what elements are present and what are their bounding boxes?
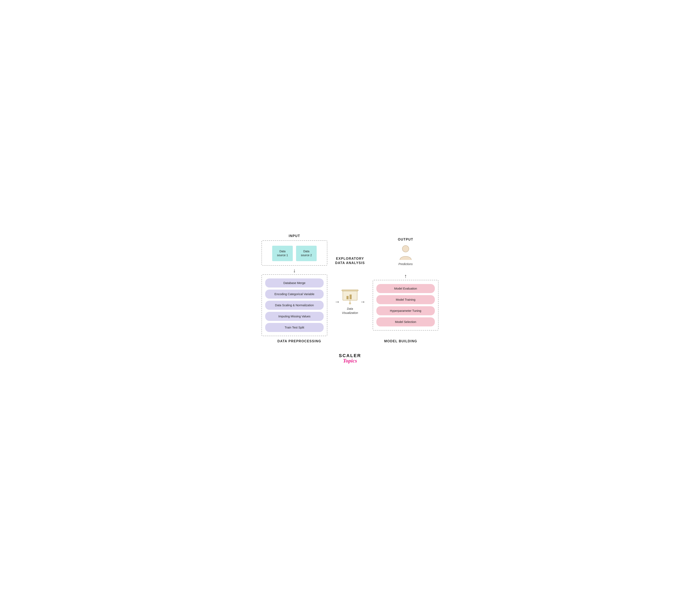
arrow-up: ↑ — [404, 273, 407, 279]
output-column-top: OUTPUT Predictions — [373, 238, 439, 268]
topics-text: Topics — [261, 358, 439, 364]
eda-label: EXPLORATORY DATA ANALYSIS — [335, 257, 365, 265]
person-icon — [397, 244, 414, 262]
preprocessing-item-2: Encoding Categorical Variable — [265, 290, 324, 298]
output-top: Predictions — [397, 244, 414, 266]
eda-visual: Data Visualization — [341, 289, 359, 315]
scaler-text: SCALER — [261, 354, 439, 358]
scaler-logo: SCALER Topics — [261, 354, 439, 364]
data-source-2: Data source 2 — [296, 246, 317, 261]
predictions-label: Predictions — [398, 262, 412, 266]
eda-label-visual: Data Visualization — [342, 307, 358, 315]
model-item-3: Hyperparameter Tuning — [376, 306, 435, 315]
output-label: OUTPUT — [398, 238, 414, 241]
diagram-container: INPUT Data source 1 Data source 2 EXPLOR… — [257, 226, 443, 376]
preprocessing-dashed-box: Database Merge Encoding Categorical Vari… — [261, 274, 327, 336]
model-item-1: Model Evaluation — [376, 284, 435, 293]
model-dashed-box: Model Evaluation Model Training Hyperpar… — [373, 280, 439, 331]
preprocessing-item-4: Imputing Missing Values — [265, 312, 324, 321]
svg-rect-4 — [350, 294, 352, 299]
model-col: ↑ Model Evaluation Model Training Hyperp… — [373, 273, 439, 331]
svg-point-0 — [402, 245, 409, 252]
input-column: INPUT Data source 1 Data source 2 — [261, 234, 327, 268]
model-building-label: MODEL BUILDING — [369, 339, 432, 343]
data-source-1: Data source 1 — [272, 246, 293, 261]
eda-column-top: EXPLORATORY DATA ANALYSIS — [331, 257, 369, 268]
model-item-4: Model Selection — [376, 317, 435, 327]
svg-point-6 — [349, 303, 351, 304]
svg-rect-1 — [342, 290, 358, 291]
preprocessing-item-3: Data Scaling & Normalization — [265, 301, 324, 310]
preprocessing-col: ↓ Database Merge Encoding Categorical Va… — [261, 268, 327, 336]
preprocessing-label: DATA PREPROCESSING — [268, 339, 331, 343]
model-item-2: Model Training — [376, 295, 435, 304]
preprocessing-item-1: Database Merge — [265, 279, 324, 288]
input-dashed-box: Data source 1 Data source 2 — [261, 240, 327, 266]
arrow-right-to-eda: → — [334, 298, 340, 305]
arrow-down: ↓ — [293, 268, 296, 273]
svg-rect-3 — [347, 296, 349, 299]
arrow-right-from-eda: → — [360, 298, 366, 305]
input-label: INPUT — [289, 234, 300, 238]
top-labels-row: INPUT Data source 1 Data source 2 EXPLOR… — [261, 234, 439, 268]
eda-center: → Data Visualiza — [331, 289, 369, 315]
bottom-labels-row: DATA PREPROCESSING MODEL BUILDING — [261, 339, 439, 343]
projector-icon — [341, 289, 359, 305]
preprocessing-item-5: Train Test Split — [265, 323, 324, 332]
middle-row: ↓ Database Merge Encoding Categorical Va… — [261, 268, 439, 336]
